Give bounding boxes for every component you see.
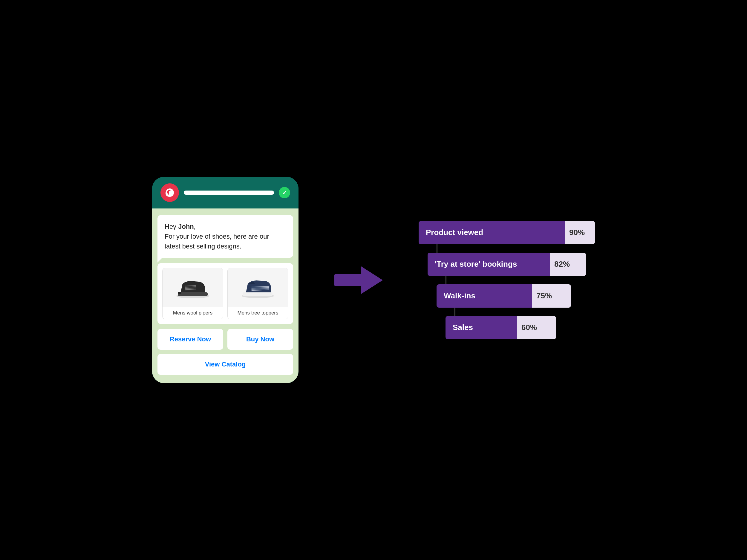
funnel-pct-walkins: 75% — [536, 291, 557, 300]
funnel-remainder-sales: 60% — [517, 316, 556, 339]
arrow-right — [334, 266, 383, 294]
funnel-remainder-try: 82% — [550, 253, 586, 276]
funnel-pct-sales: 60% — [521, 323, 542, 332]
funnel-fill-try: 'Try at store' bookings — [428, 253, 550, 276]
funnel-label-sales: Sales — [453, 323, 479, 332]
funnel-container: Product viewed 90% 'Try at store' bookin… — [419, 221, 595, 339]
user-name: John — [178, 223, 194, 230]
button-row: Reserve Now Buy Now — [157, 329, 293, 350]
phone-mockup: Hey John, For your love of shoes, here a… — [152, 177, 299, 383]
reserve-button[interactable]: Reserve Now — [157, 329, 223, 350]
funnel-remainder-product: 90% — [565, 221, 595, 244]
chat-text: Hey John, For your love of shoes, here a… — [165, 222, 286, 251]
greeting-text: Hey — [165, 223, 178, 230]
product-name-1: Mens wool pipers — [162, 307, 223, 319]
buy-button[interactable]: Buy Now — [227, 329, 293, 350]
funnel-bar-product: Product viewed 90% — [419, 221, 595, 244]
funnel-remainder-walkins: 75% — [532, 284, 571, 308]
product-card-1: Mens wool pipers — [162, 268, 223, 319]
funnel-row-product: Product viewed 90% — [419, 221, 595, 244]
phone-header — [152, 177, 299, 209]
comma: , — [194, 223, 196, 230]
funnel-connector-2 — [445, 276, 446, 284]
arrow-container — [334, 266, 383, 294]
funnel-bar-walkins: Walk-ins 75% — [437, 284, 571, 308]
funnel-fill-product: Product viewed — [419, 221, 565, 244]
product-name-2: Mens tree toppers — [228, 307, 288, 319]
arrow-shaft — [334, 274, 361, 286]
main-container: Hey John, For your love of shoes, here a… — [134, 159, 613, 401]
contact-name-bar — [184, 191, 274, 195]
funnel-pct-product: 90% — [569, 228, 590, 237]
funnel-label-walkins: Walk-ins — [444, 291, 481, 300]
funnel-pct-try: 82% — [554, 260, 574, 269]
arrow-head — [361, 266, 383, 294]
funnel-label-product: Product viewed — [426, 228, 489, 237]
funnel-row-try: 'Try at store' bookings 82% — [419, 253, 586, 276]
message-body: For your love of shoes, here are our lat… — [165, 233, 269, 250]
funnel-row-sales: Sales 60% — [419, 316, 556, 339]
funnel-row-walkins: Walk-ins 75% — [419, 284, 571, 308]
product-card-2: Mens tree toppers — [227, 268, 288, 319]
funnel-connector-1 — [437, 244, 437, 253]
app-logo — [160, 183, 179, 202]
chat-bubble: Hey John, For your love of shoes, here a… — [157, 215, 293, 258]
funnel-bar-try: 'Try at store' bookings 82% — [428, 253, 586, 276]
funnel-connector-3 — [455, 308, 455, 316]
product-image-2 — [228, 268, 288, 307]
verified-badge — [279, 187, 290, 198]
catalog-button[interactable]: View Catalog — [157, 354, 293, 375]
funnel-fill-sales: Sales — [445, 316, 517, 339]
shoe-dark-icon — [175, 276, 211, 299]
leaf-icon — [164, 187, 175, 198]
product-image-1 — [162, 268, 223, 307]
shoe-blue-icon — [240, 276, 276, 299]
funnel-fill-walkins: Walk-ins — [437, 284, 532, 308]
funnel-bar-sales: Sales 60% — [445, 316, 556, 339]
phone-body: Hey John, For your love of shoes, here a… — [152, 209, 299, 383]
product-grid: Mens wool pipers — [157, 263, 293, 324]
funnel-label-try: 'Try at store' bookings — [435, 260, 523, 269]
